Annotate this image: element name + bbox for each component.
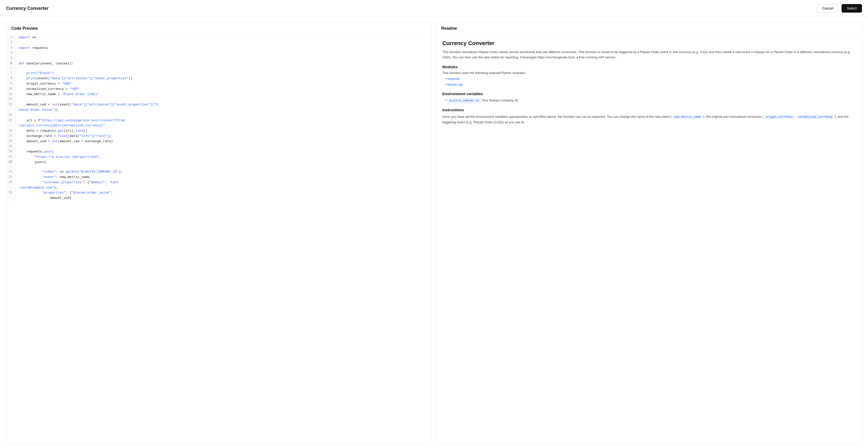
table-row: 14	[6, 113, 432, 118]
code-ref-origin: origin_currency	[765, 115, 794, 119]
table-row: 6 · def handler(event, context):	[6, 61, 432, 71]
code-area[interactable]: 1 import os 2 3 import requests 4	[6, 35, 432, 443]
modules-list: requests klaviyo-api	[442, 76, 856, 87]
code-line: amount_cad = int(event["data"]["attribut…	[16, 102, 432, 113]
table-row: 23 "token": os.getenv("KLAVIYO_COMPANY_I…	[6, 169, 432, 175]
env-title: Environment variables	[442, 92, 856, 96]
page-title: Currency Converter	[6, 6, 49, 11]
line-number: 8	[6, 76, 16, 81]
line-number: 17	[6, 134, 16, 139]
table-row: 10 normalized_currency = "USD"	[6, 87, 432, 92]
line-number: 12	[6, 97, 16, 102]
code-line: normalized_currency = "USD"	[16, 87, 432, 92]
line-number: 16	[6, 128, 16, 134]
list-item: requests	[445, 76, 856, 81]
table-row: 1 import os	[6, 35, 432, 40]
code-line: print("Event")	[16, 71, 432, 76]
code-preview-title: Code Preview	[6, 22, 432, 35]
header: Currency Converter Cancel Select	[0, 0, 868, 17]
line-number: 1	[6, 35, 16, 40]
readme-instructions-section: Instructions Once you have set the envir…	[442, 108, 856, 125]
readme-title: Currency Converter	[442, 40, 856, 46]
table-row: 26 "properties": {"placed_order_value": …	[6, 190, 432, 201]
code-ref-new-metric: new_metric_name	[673, 115, 702, 119]
readme-modules-section: Modules This function uses the following…	[442, 65, 856, 87]
line-number: 21	[6, 154, 16, 160]
table-row: 15 url = f"https://api.exchangerate.host…	[6, 118, 432, 129]
code-line	[16, 97, 432, 102]
line-number: 2	[6, 40, 16, 45]
table-row: 2	[6, 40, 432, 45]
code-line: requests.post(	[16, 149, 432, 154]
table-row: 20 requests.post(	[6, 149, 432, 154]
readme-panel-title: Readme	[436, 22, 862, 35]
code-line	[16, 144, 432, 149]
code-line: url = f"https://api.exchangerate.host/co…	[16, 118, 432, 129]
code-line: "properties": {"placed_order_value": amo…	[16, 190, 432, 201]
line-number: 20	[6, 149, 16, 154]
code-line	[16, 50, 432, 56]
header-actions: Cancel Select	[817, 4, 862, 12]
code-line: json={	[16, 160, 432, 169]
line-number: 9	[6, 81, 16, 87]
code-preview-panel: Code Preview 1 import os 2 3 import requ…	[6, 22, 432, 444]
table-row: 19	[6, 144, 432, 149]
env-list: KLAVIYO_COMPANY_ID Your Klaviyo company …	[442, 98, 856, 103]
line-number: 15	[6, 118, 16, 129]
line-number: 25	[6, 180, 16, 191]
select-button[interactable]: Select	[842, 4, 862, 12]
instructions-text: Once you have set the environment variab…	[442, 114, 856, 125]
line-number: 26	[6, 190, 16, 201]
line-number: 14	[6, 113, 16, 118]
modules-title: Modules	[442, 65, 856, 69]
code-line: print(event["data"]["attributes"]["event…	[16, 76, 432, 81]
module-link-klaviyo[interactable]: klaviyo-api	[447, 82, 463, 86]
table-row: 17 exchange_rate = float(data["info"]["r…	[6, 134, 432, 139]
table-row: 5	[6, 56, 432, 61]
table-row: 11 new_metric_name = "Place Order (USD)"	[6, 92, 432, 97]
line-number: 3	[6, 45, 16, 51]
env-badge: KLAVIYO_COMPANY_ID	[447, 98, 481, 103]
line-number: 19	[6, 144, 16, 149]
table-row: 8 print(event["data"]["attributes"]["eve…	[6, 76, 432, 81]
readme-description: This function normalizes Placed Order va…	[442, 49, 856, 60]
code-line: exchange_rate = float(data["info"]["rate…	[16, 134, 432, 139]
code-line: def handler(event, context):	[16, 61, 432, 71]
table-row: 18 amount_usd = int(amount_cad * exchang…	[6, 139, 432, 144]
code-line	[16, 56, 432, 61]
table-row: 12	[6, 97, 432, 102]
instructions-title: Instructions	[442, 108, 856, 112]
line-number: 23	[6, 169, 16, 175]
code-line	[16, 40, 432, 45]
table-row: 7 print("Event")	[6, 71, 432, 76]
table-row: 22 · json={	[6, 160, 432, 169]
code-line: amount_usd = int(amount_cad * exchange_r…	[16, 139, 432, 144]
table-row: 13 amount_cad = int(event["data"]["attri…	[6, 102, 432, 113]
readme-body: Currency Converter This function normali…	[436, 35, 862, 135]
table-row: 16 data = requests.get(url).json()	[6, 128, 432, 134]
code-line	[16, 113, 432, 118]
readme-env-section: Environment variables KLAVIYO_COMPANY_ID…	[442, 92, 856, 103]
main-content: Code Preview 1 import os 2 3 import requ…	[0, 17, 868, 448]
table-row: 21 "https://a.klaviyo.com/api/track",	[6, 154, 432, 160]
code-table: 1 import os 2 3 import requests 4	[6, 35, 432, 201]
cancel-button[interactable]: Cancel	[817, 4, 839, 12]
line-number: 11	[6, 92, 16, 97]
env-desc: Your Klaviyo company ID	[482, 98, 518, 102]
code-line: "token": os.getenv("KLAVIYO_COMPANY_ID")…	[16, 169, 432, 175]
code-ref-normalized: normalized_currency	[797, 115, 834, 119]
code-line: "event": new_metric_name,	[16, 175, 432, 180]
line-number: 18	[6, 139, 16, 144]
readme-content-area[interactable]: Currency Converter This function normali…	[436, 35, 862, 443]
code-line: import requests	[16, 45, 432, 51]
line-number: 10	[6, 87, 16, 92]
line-number: 7	[6, 71, 16, 76]
code-line: new_metric_name = "Place Order (USD)"	[16, 92, 432, 97]
line-number: 6 ·	[6, 61, 16, 71]
code-line: origin_currency = "CAD"	[16, 81, 432, 87]
list-item: KLAVIYO_COMPANY_ID Your Klaviyo company …	[445, 98, 856, 103]
module-link-requests[interactable]: requests	[447, 77, 460, 80]
table-row: 24 "event": new_metric_name,	[6, 175, 432, 180]
line-number: 13	[6, 102, 16, 113]
table-row: 25 "customer_properties": {"$email": "te…	[6, 180, 432, 191]
